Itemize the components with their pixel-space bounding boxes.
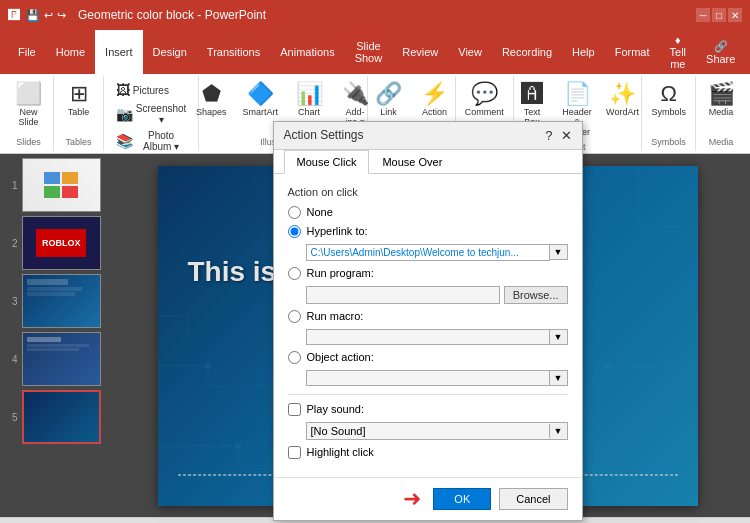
pictures-icon: 🖼 (116, 82, 130, 98)
run-macro-field[interactable] (307, 335, 549, 339)
radio-hyperlink-row: Hyperlink to: (288, 225, 568, 238)
slide-panel: 1 2 ROBLOX (0, 154, 105, 517)
radio-none-row: None (288, 206, 568, 219)
shapes-icon: ⬟ (202, 83, 221, 105)
object-action-dropdown-button[interactable]: ▼ (549, 371, 567, 385)
slide-thumb-3[interactable]: 3 (4, 274, 101, 328)
play-sound-checkbox[interactable] (288, 403, 301, 416)
tab-file[interactable]: File (8, 30, 46, 74)
tab-slideshow[interactable]: Slide Show (345, 30, 393, 74)
radio-none[interactable] (288, 206, 301, 219)
close-button[interactable]: ✕ (728, 8, 742, 22)
tab-share[interactable]: 🔗 Share (696, 30, 745, 74)
arrow-indicator: ➜ (403, 486, 421, 512)
hyperlink-field[interactable]: C:\Users\Admin\Desktop\Welcome to techju… (306, 244, 550, 261)
ok-button[interactable]: OK (433, 488, 491, 510)
symbols-button[interactable]: Ω Symbols (646, 80, 691, 120)
slide-thumb-2[interactable]: 2 ROBLOX (4, 216, 101, 270)
radio-hyperlink-label: Hyperlink to: (307, 225, 368, 237)
dialog-titlebar: Action Settings ? ✕ (274, 122, 582, 150)
tab-review[interactable]: Review (392, 30, 448, 74)
sound-dropdown-row: [No Sound] ▼ (306, 422, 568, 440)
dialog-title: Action Settings (284, 128, 364, 142)
smartart-icon: 🔷 (247, 83, 274, 105)
radio-run-macro-label: Run macro: (307, 310, 364, 322)
tab-home[interactable]: Home (46, 30, 95, 74)
hyperlink-dropdown-button[interactable]: ▼ (550, 244, 568, 260)
slide-thumb-4[interactable]: 4 (4, 332, 101, 386)
action-button[interactable]: ⚡ Action (415, 80, 455, 120)
radio-object-action[interactable] (288, 351, 301, 364)
wordart-icon: ✨ (609, 83, 636, 105)
tab-tell-me[interactable]: ♦ Tell me (660, 30, 697, 74)
new-slide-icon: ⬜ (15, 83, 42, 105)
title-text: Geometric color block - PowerPoint (78, 8, 266, 22)
slide-thumb-5[interactable]: 5 (4, 390, 101, 444)
dialog-help-button[interactable]: ? (545, 128, 552, 143)
tab-mouse-over[interactable]: Mouse Over (369, 150, 455, 174)
tab-insert[interactable]: Insert (95, 30, 143, 74)
cancel-button[interactable]: Cancel (499, 488, 567, 510)
tab-animations[interactable]: Animations (270, 30, 344, 74)
link-button[interactable]: 🔗 Link (369, 80, 409, 120)
radio-object-action-label: Object action: (307, 351, 374, 363)
smartart-button[interactable]: 🔷 SmartArt (238, 80, 284, 120)
screenshot-button[interactable]: 📷 Screenshot ▾ (111, 101, 192, 127)
tab-mouse-click[interactable]: Mouse Click (284, 150, 370, 174)
link-icon: 🔗 (375, 83, 402, 105)
app-icon: 🅿 (8, 8, 20, 22)
slide-thumb-1[interactable]: 1 (4, 158, 101, 212)
sound-dropdown-button[interactable]: ▼ (549, 424, 567, 438)
browse-button[interactable]: Browse... (504, 286, 568, 304)
shapes-button[interactable]: ⬟ Shapes (191, 80, 232, 120)
redo-icon[interactable]: ↪ (57, 9, 66, 22)
maximize-button[interactable]: □ (712, 8, 726, 22)
save-icon[interactable]: 💾 (26, 9, 40, 22)
ribbon-group-media: 🎬 Media Media (696, 76, 746, 151)
addins-icon: 🔌 (342, 83, 369, 105)
undo-icon[interactable]: ↩ (44, 9, 53, 22)
section-label: Action on click (288, 186, 568, 198)
title-bar: 🅿 💾 ↩ ↪ Geometric color block - PowerPoi… (0, 0, 750, 30)
main-area: 1 2 ROBLOX (0, 154, 750, 517)
divider (288, 394, 568, 395)
object-action-field[interactable] (307, 376, 549, 380)
wordart-button[interactable]: ✨ WordArt (602, 80, 643, 120)
quick-access: 💾 ↩ ↪ (26, 9, 66, 22)
comment-button[interactable]: 💬 Comment (460, 80, 509, 120)
title-bar-left: 🅿 💾 ↩ ↪ Geometric color block - PowerPoi… (8, 8, 266, 22)
radio-run-macro-row: Run macro: (288, 310, 568, 323)
radio-none-label: None (307, 206, 333, 218)
play-sound-row: Play sound: (288, 403, 568, 416)
action-settings-dialog: Action Settings ? ✕ Mouse Click Mouse Ov… (273, 121, 583, 521)
new-slide-button[interactable]: ⬜ NewSlide (9, 80, 49, 130)
radio-run-program-label: Run program: (307, 267, 374, 279)
run-macro-input-row: ▼ (306, 329, 568, 345)
comment-icon: 💬 (471, 83, 498, 105)
tab-transitions[interactable]: Transitions (197, 30, 270, 74)
tab-view[interactable]: View (448, 30, 492, 74)
minimize-button[interactable]: ─ (696, 8, 710, 22)
media-button[interactable]: 🎬 Media (701, 80, 741, 120)
tab-design[interactable]: Design (143, 30, 197, 74)
pictures-button[interactable]: 🖼 Pictures (111, 80, 174, 100)
sound-field[interactable]: [No Sound] (307, 423, 549, 439)
ribbon-group-symbols: Ω Symbols Symbols (642, 76, 696, 151)
tab-format[interactable]: Format (605, 30, 660, 74)
photo-album-button[interactable]: 📚 Photo Album ▾ (111, 128, 192, 154)
slide-canvas[interactable]: This is for Action Settings ? ✕ (158, 166, 698, 506)
chart-button[interactable]: 📊 Chart (289, 80, 329, 120)
ribbon-group-images: 🖼 Pictures 📷 Screenshot ▾ 📚 Photo Album … (104, 76, 199, 151)
radio-hyperlink[interactable] (288, 225, 301, 238)
dialog-footer: ➜ OK Cancel (274, 477, 582, 520)
media-icon: 🎬 (708, 83, 735, 105)
dialog-close-button[interactable]: ✕ (561, 128, 572, 143)
tab-recording[interactable]: Recording (492, 30, 562, 74)
highlight-click-checkbox[interactable] (288, 446, 301, 459)
tab-help[interactable]: Help (562, 30, 605, 74)
run-program-field[interactable] (306, 286, 500, 304)
table-button[interactable]: ⊞ Table (59, 80, 99, 120)
macro-dropdown-button[interactable]: ▼ (549, 330, 567, 344)
radio-run-macro[interactable] (288, 310, 301, 323)
radio-run-program[interactable] (288, 267, 301, 280)
